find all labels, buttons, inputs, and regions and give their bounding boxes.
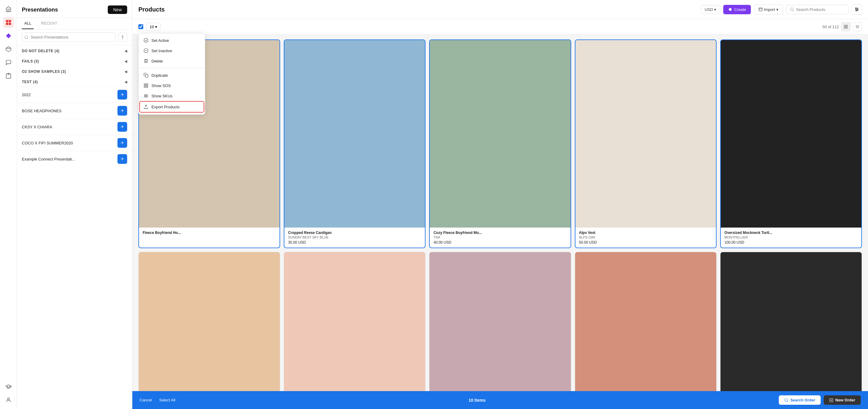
create-label: Create [734, 7, 746, 12]
dropdown-item-set-inactive[interactable]: Set Inactive [139, 45, 205, 56]
sidebar: Presentations New ALL RECENT DO NOT DELE… [17, 0, 132, 409]
svg-point-7 [7, 398, 9, 400]
list-item[interactable]: 2022 + [17, 87, 132, 102]
nav-home-icon[interactable] [3, 4, 14, 14]
nav-user-icon[interactable] [3, 395, 14, 405]
product-card[interactable]: Cozy Fleece Boyfriend Mo... TNA 40.00 US… [429, 39, 571, 248]
svg-rect-27 [844, 27, 845, 28]
toolbar: 10 ▾ 50 of 112 Set Active Set Inactive [132, 19, 868, 35]
group-test[interactable]: TEST (4) ◀ [17, 76, 132, 87]
product-card[interactable]: Cyprie Mock-neck Wool Tu... [138, 252, 280, 391]
group-do-not-delete[interactable]: DO NOT DELETE (4) ◀ [17, 45, 132, 56]
product-card[interactable]: Lover Camisole [720, 252, 862, 391]
nav-layers-icon[interactable] [3, 44, 14, 55]
product-price: 50.00 USD [579, 240, 712, 245]
list-item[interactable]: Example Connect Presentati... + [17, 151, 132, 167]
list-item[interactable]: COCO X FIFI SUMMER2020 + [17, 135, 132, 151]
tab-recent[interactable]: RECENT [38, 18, 60, 29]
dropdown-item-show-skus[interactable]: Show SKUs [139, 91, 205, 101]
svg-rect-37 [146, 84, 148, 85]
product-image [284, 40, 425, 227]
add-button[interactable]: + [118, 138, 127, 148]
show-sos-label: Show SOS [151, 84, 171, 88]
select-all-button[interactable]: Select All [159, 398, 175, 402]
export-icon [144, 104, 148, 109]
filter-icon[interactable] [118, 33, 127, 42]
dropdown-item-set-active[interactable]: Set Active [139, 35, 205, 45]
product-card[interactable]: Peplum Blouse [284, 252, 426, 391]
nav-clipboard-icon[interactable] [3, 70, 14, 81]
list-view-button[interactable] [853, 22, 862, 31]
sidebar-header: Presentations New [17, 0, 132, 18]
duplicate-label: Duplicate [151, 73, 168, 78]
select-all-checkbox[interactable] [138, 24, 143, 29]
product-image [284, 252, 425, 391]
search-presentations-input[interactable] [22, 32, 116, 42]
currency-arrow-icon: ▾ [714, 7, 716, 12]
presentation-name: Example Connect Presentati... [22, 157, 75, 161]
nav-graduation-icon[interactable] [3, 381, 14, 392]
import-icon [758, 7, 763, 11]
search-products-input[interactable] [796, 7, 845, 12]
menu-divider [139, 68, 205, 68]
filters-button[interactable] [851, 4, 862, 14]
product-card[interactable]: Oversized Mockneck Turtl... MONTPELLIER … [720, 39, 862, 248]
svg-point-24 [856, 10, 857, 11]
product-card[interactable]: Ruffle Camisole [575, 252, 717, 391]
tab-all[interactable]: ALL [22, 18, 34, 29]
currency-button[interactable]: USD ▾ [701, 5, 720, 14]
product-price: 35.00 USD [288, 240, 421, 245]
product-image [429, 252, 570, 391]
product-image [430, 40, 570, 227]
count-label: 10 [150, 25, 154, 29]
add-button[interactable]: + [118, 122, 127, 132]
sliders-icon [854, 7, 859, 12]
select-all-checkbox-wrap [138, 24, 143, 29]
list-item[interactable]: CKSY X CHIARA + [17, 119, 132, 135]
search-order-button[interactable]: Search Order [779, 395, 820, 405]
product-image [720, 252, 862, 391]
page-title: Products [138, 6, 165, 13]
set-active-label: Set Active [151, 38, 169, 43]
new-button[interactable]: New [108, 5, 127, 14]
dropdown-item-delete[interactable]: Delete [139, 56, 205, 66]
new-order-label: New Order [835, 398, 855, 402]
create-button[interactable]: Create [723, 5, 751, 14]
cancel-button[interactable]: Cancel [140, 398, 152, 402]
add-button[interactable]: + [118, 154, 127, 164]
svg-point-45 [785, 398, 787, 401]
dropdown-item-show-sos[interactable]: Show SOS [139, 81, 205, 91]
add-button[interactable]: + [118, 90, 127, 99]
dropdown-item-export-products[interactable]: Export Products [140, 102, 204, 112]
presentation-name: 2022 [22, 93, 31, 97]
product-card[interactable]: Cowlneck Camisole [429, 252, 571, 391]
presentation-name: COCO X FIFI SUMMER2020 [22, 141, 73, 145]
search-wrap [22, 32, 116, 42]
svg-point-17 [790, 8, 793, 11]
product-info: Oversized Mockneck Turtl... MONTPELLIER … [721, 227, 861, 248]
toolbar-left: 10 ▾ [138, 23, 160, 31]
dropdown-item-duplicate[interactable]: Duplicate [139, 70, 205, 81]
grid-view-button[interactable] [841, 22, 850, 31]
product-image [139, 252, 280, 391]
nav-chat-icon[interactable] [3, 57, 14, 68]
list-item[interactable]: BOSE HEADPHONES + [17, 102, 132, 119]
count-button[interactable]: 10 ▾ [146, 23, 160, 31]
product-card[interactable]: Cropped Reese Cardigan SUNDAY BEST SKY B… [284, 39, 426, 248]
nav-brand-icon[interactable] [3, 17, 14, 28]
add-button[interactable]: + [118, 106, 127, 116]
svg-rect-26 [846, 25, 847, 26]
new-order-button[interactable]: New Order [824, 395, 861, 405]
import-button[interactable]: Import ▾ [754, 5, 783, 14]
svg-rect-28 [846, 27, 847, 28]
nav-diamond-icon[interactable] [3, 30, 14, 41]
product-info: Cozy Fleece Boyfriend Mo... TNA 40.00 US… [430, 227, 570, 248]
group-fails[interactable]: FAILS (3) ◀ [17, 56, 132, 66]
product-info: Alps Vest ALPS OAK 50.00 USD [576, 227, 716, 248]
product-card[interactable]: Alps Vest ALPS OAK 50.00 USD [575, 39, 717, 248]
group-title: O2 SHOW SAMPLES (3) [22, 69, 66, 74]
diamond-small-icon [728, 7, 732, 11]
delete-label: Delete [151, 59, 163, 63]
svg-line-9 [27, 38, 28, 39]
group-o2-show-samples[interactable]: O2 SHOW SAMPLES (3) ◀ [17, 66, 132, 76]
